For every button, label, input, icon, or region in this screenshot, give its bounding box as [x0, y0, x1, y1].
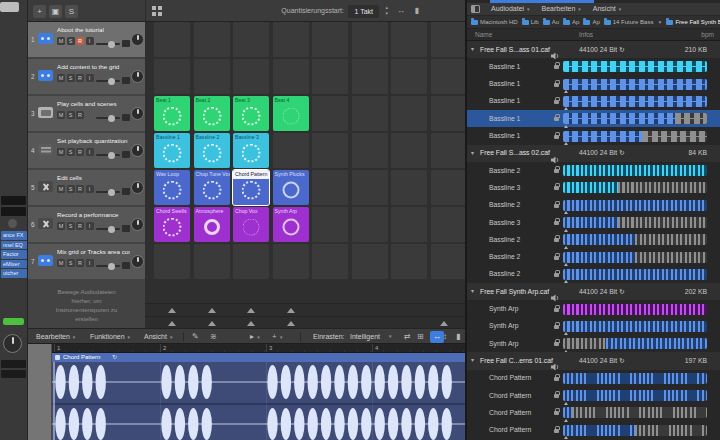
- region-row[interactable]: Bassline 1: [467, 76, 720, 93]
- track-volume-slider[interactable]: [96, 117, 120, 119]
- grid-cell-slot[interactable]: [391, 96, 427, 131]
- volume-slider-thumb[interactable]: [108, 78, 115, 85]
- track-mute-button[interactable]: M: [57, 148, 65, 156]
- browser-menu-bearbeiten[interactable]: Bearbeiten ▼: [542, 5, 582, 12]
- track-mute-button[interactable]: M: [57, 111, 65, 119]
- volume-slider-thumb[interactable]: [108, 152, 115, 159]
- live-loop-cell[interactable]: Beat 2: [194, 96, 230, 131]
- lock-icon[interactable]: [554, 83, 559, 87]
- grid-cell-slot[interactable]: [273, 59, 309, 94]
- lock-icon[interactable]: [554, 377, 559, 381]
- live-loop-cell[interactable]: Bassline 2: [194, 133, 230, 168]
- grid-cell-slot[interactable]: [431, 207, 466, 242]
- waveform-preview[interactable]: [563, 407, 707, 418]
- track-pan-knob[interactable]: [131, 144, 144, 157]
- waveform-preview[interactable]: [563, 217, 707, 228]
- grid-cell-slot[interactable]: [431, 96, 466, 131]
- disclosure-triangle-icon[interactable]: ▾: [471, 356, 474, 363]
- track-input-button[interactable]: I: [86, 259, 94, 267]
- waveform-preview[interactable]: [563, 269, 707, 280]
- track-pan-knob[interactable]: [131, 33, 144, 46]
- column-name[interactable]: Name: [475, 29, 492, 41]
- track-pan-knob[interactable]: [131, 218, 144, 231]
- live-loop-cell[interactable]: Chord Pattern: [233, 170, 269, 205]
- track-mute-button[interactable]: M: [57, 185, 65, 193]
- track-solo-button[interactable]: S: [67, 148, 75, 156]
- pan-knob[interactable]: [3, 334, 22, 353]
- volume-slider-thumb[interactable]: [108, 189, 115, 196]
- breadcrumb-item[interactable]: Lib: [522, 19, 539, 25]
- track-volume-slider[interactable]: [96, 191, 120, 193]
- breadcrumb-item[interactable]: Au: [543, 19, 559, 25]
- inspector-gain-knob[interactable]: [8, 219, 17, 228]
- waveform-preview[interactable]: [563, 131, 707, 142]
- track-row[interactable]: 3Play cells and scenesMSR: [28, 96, 145, 131]
- track-row[interactable]: 6Record a performanceMSRI: [28, 207, 145, 242]
- lock-icon[interactable]: [554, 65, 559, 69]
- plugin-slot[interactable]: utcher: [1, 269, 27, 278]
- track-volume-slider[interactable]: [96, 228, 120, 230]
- region-row[interactable]: Bassline 1: [467, 93, 720, 110]
- live-loop-cell[interactable]: Chord Swells: [154, 207, 190, 242]
- region-row[interactable]: Bassline 2: [467, 197, 720, 214]
- scene-trigger-arrow[interactable]: [440, 321, 448, 326]
- lock-icon[interactable]: [554, 342, 559, 346]
- inspector-setting-display[interactable]: [1, 207, 26, 216]
- lock-icon[interactable]: [554, 256, 559, 260]
- scene-trigger-arrow[interactable]: [208, 308, 216, 313]
- region-row[interactable]: Synth Arp: [467, 301, 720, 318]
- lock-icon[interactable]: [554, 273, 559, 277]
- grid-cell-slot[interactable]: [352, 207, 388, 242]
- file-row[interactable]: ▾Free Fall S...ass 02.caf44100 24 Bit ↻8…: [467, 145, 720, 162]
- live-loop-cell[interactable]: Synth Plucks: [273, 170, 309, 205]
- region-row[interactable]: Bassline 2: [467, 249, 720, 266]
- live-loop-cell[interactable]: Beat 4: [273, 96, 309, 131]
- live-loop-cell[interactable]: Atmosphere: [194, 207, 230, 242]
- grid-cell-slot[interactable]: [312, 59, 348, 94]
- audio-region-header[interactable]: Chord Pattern ↻: [52, 353, 465, 362]
- track-solo-button[interactable]: S: [67, 37, 75, 45]
- track-row[interactable]: 2Add content to the gridMSRI: [28, 59, 145, 94]
- grid-cell-slot[interactable]: [431, 133, 466, 168]
- volume-slider-thumb[interactable]: [108, 263, 115, 270]
- grid-cell-slot[interactable]: [352, 22, 388, 57]
- scene-trigger-arrow[interactable]: [168, 308, 176, 313]
- track-mute-button[interactable]: M: [57, 259, 65, 267]
- grid-view-icon[interactable]: ⊞: [417, 329, 424, 345]
- track-record-button[interactable]: R: [76, 37, 84, 45]
- track-input-button[interactable]: I: [86, 185, 94, 193]
- snap-value[interactable]: Intelligent: [350, 329, 380, 345]
- waveform-preview[interactable]: [563, 373, 707, 384]
- grid-cell-slot[interactable]: [391, 133, 427, 168]
- grid-cell-slot[interactable]: [312, 133, 348, 168]
- track-pan-knob[interactable]: [131, 255, 144, 268]
- lock-icon[interactable]: [554, 394, 559, 398]
- waveform-preview[interactable]: [563, 252, 707, 263]
- waveform-preview[interactable]: [563, 304, 707, 315]
- inspector-setting-display[interactable]: [1, 196, 26, 205]
- track-record-button[interactable]: R: [76, 111, 84, 119]
- quantize-stepper[interactable]: ▲▼: [385, 5, 389, 17]
- region-row[interactable]: Chord Pattern: [467, 387, 720, 404]
- track-pan-knob[interactable]: [131, 70, 144, 83]
- track-record-button[interactable]: R: [76, 185, 84, 193]
- grid-cell-slot[interactable]: [233, 22, 269, 57]
- waveform-preview[interactable]: [563, 165, 707, 176]
- region-row[interactable]: Bassline 3: [467, 179, 720, 196]
- lock-icon[interactable]: [554, 100, 559, 104]
- grid-cell-slot[interactable]: [391, 170, 427, 205]
- grid-cell-slot[interactable]: [273, 22, 309, 57]
- column-bpm[interactable]: bpm: [701, 29, 714, 41]
- track-pan-knob[interactable]: [131, 107, 144, 120]
- scene-trigger-arrow[interactable]: [247, 321, 255, 326]
- scene-trigger-arrow[interactable]: [287, 308, 295, 313]
- disclosure-triangle-icon[interactable]: ▾: [471, 287, 474, 294]
- waveform-preview[interactable]: [563, 234, 707, 245]
- grid-cell-slot[interactable]: [312, 22, 348, 57]
- track-record-button[interactable]: R: [76, 148, 84, 156]
- plugin-slot[interactable]: eMixer: [1, 260, 27, 269]
- track-volume-slider[interactable]: [96, 154, 120, 156]
- lock-icon[interactable]: [554, 221, 559, 225]
- live-loop-cell[interactable]: Beat 3: [233, 96, 269, 131]
- track-pan-knob[interactable]: [131, 181, 144, 194]
